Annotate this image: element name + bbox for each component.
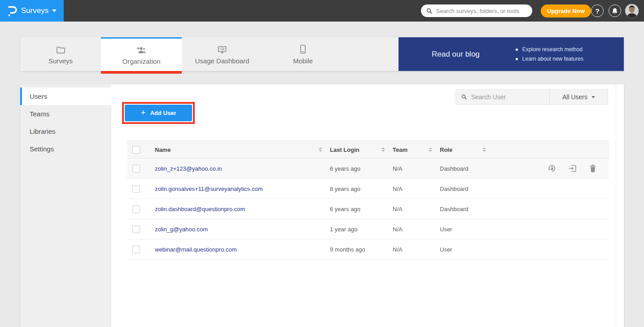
promo-bullet-list: Explore research method Learn about new …: [516, 45, 583, 64]
promo-title[interactable]: Read our blog: [432, 50, 480, 59]
sidebar-item-libraries[interactable]: Libraries: [20, 123, 111, 140]
team-cell: N/A: [393, 246, 403, 253]
avatar-photo: [625, 4, 639, 18]
tab-organization[interactable]: Organization: [101, 37, 182, 71]
table-header-row: Name Last Login Team Role: [127, 141, 609, 159]
row-checkbox[interactable]: [132, 205, 140, 213]
row-checkbox[interactable]: [132, 185, 140, 193]
reset-password-icon[interactable]: [548, 164, 556, 173]
role-cell: Dashboard: [440, 165, 469, 172]
org-sidebar: Users Teams Libraries Settings: [20, 84, 111, 327]
user-avatar[interactable]: [625, 4, 639, 18]
row-checkbox[interactable]: [132, 165, 140, 172]
blog-promo-banner[interactable]: Read our blog Explore research method Le…: [399, 37, 624, 71]
module-tabstrip: Surveys Organization Usage: [20, 37, 624, 71]
tab-mobile[interactable]: Mobile: [263, 37, 343, 71]
tab-surveys[interactable]: Surveys: [20, 37, 101, 71]
team-cell: N/A: [393, 206, 403, 212]
column-header-last-login[interactable]: Last Login: [330, 146, 359, 153]
sidebar-item-settings[interactable]: Settings: [20, 140, 111, 158]
bell-icon: [612, 8, 618, 14]
filter-selected-value: All Users: [562, 93, 587, 101]
add-user-button[interactable]: + Add User: [125, 105, 192, 121]
questionpro-logo-icon: [7, 5, 17, 17]
promo-bullet: Learn about new features: [516, 54, 583, 64]
upgrade-now-button[interactable]: Upgrade Now: [541, 4, 591, 18]
monitor-list-icon: [217, 44, 227, 54]
chevron-down-icon: [52, 9, 57, 12]
users-panel: All Users + Add User Name Last Login: [111, 84, 624, 327]
users-table: Name Last Login Team Role: [127, 141, 609, 260]
sort-icon[interactable]: [381, 147, 385, 152]
global-search-input[interactable]: [436, 8, 527, 14]
last-login-cell: 6 years ago: [330, 206, 360, 212]
delete-icon[interactable]: [589, 164, 597, 173]
plus-icon: +: [141, 108, 146, 117]
search-icon: [426, 8, 433, 14]
team-cell: N/A: [393, 186, 403, 192]
folder-icon: [56, 44, 66, 54]
app-menu-label[interactable]: Surveys: [21, 6, 48, 15]
tab-label: Organization: [122, 57, 160, 65]
help-button[interactable]: ?: [591, 4, 604, 17]
notifications-button[interactable]: [609, 4, 621, 17]
role-cell: User: [440, 226, 452, 233]
sidebar-item-users[interactable]: Users: [20, 88, 111, 105]
sidebar-item-label: Libraries: [30, 128, 56, 135]
global-search[interactable]: [421, 4, 532, 17]
sidebar-item-label: Users: [30, 93, 47, 100]
user-email-link[interactable]: zolin.dashboard@questionpro.com: [155, 206, 245, 212]
tabstrip-filler: [343, 37, 399, 71]
column-header-role[interactable]: Role: [440, 146, 452, 153]
row-checkbox[interactable]: [132, 246, 140, 253]
tab-label: Usage Dashboard: [195, 57, 250, 65]
table-row: webinar@mail.questionpro.com 9 months ag…: [127, 239, 609, 260]
tab-label: Surveys: [48, 57, 73, 65]
table-row: zolin.gonsalves+11@surveyanalytics.com 8…: [127, 179, 609, 199]
sidebar-item-label: Teams: [30, 110, 49, 118]
chevron-down-icon: [591, 96, 595, 98]
column-header-team[interactable]: Team: [393, 146, 407, 153]
user-filter-dropdown[interactable]: All Users: [549, 90, 608, 104]
user-search-bar: All Users: [456, 89, 608, 105]
person-add-icon: [136, 44, 147, 54]
annotation-highlight-box: + Add User: [122, 102, 195, 124]
user-email-link[interactable]: zolin_z+123@yahoo.co.in: [155, 165, 222, 172]
table-row: zolin_g@yahoo.com 1 year ago N/A User: [127, 219, 609, 239]
team-cell: N/A: [393, 165, 403, 172]
role-cell: Dashboard: [440, 186, 469, 192]
last-login-cell: 8 years ago: [330, 186, 360, 192]
last-login-cell: 1 year ago: [330, 226, 357, 233]
scrollbar-track[interactable]: [616, 84, 616, 327]
role-cell: Dashboard: [440, 206, 469, 212]
table-row: zolin_z+123@yahoo.co.in 6 years ago N/A …: [127, 159, 609, 179]
column-header-name[interactable]: Name: [155, 146, 171, 153]
sort-icon[interactable]: [319, 147, 322, 152]
row-checkbox[interactable]: [132, 225, 140, 233]
promo-bullet: Explore research method: [516, 45, 583, 54]
tab-usage-dashboard[interactable]: Usage Dashboard: [182, 37, 263, 71]
search-user-input[interactable]: [471, 93, 544, 101]
topbar: Surveys Upgrade Now ?: [0, 0, 644, 22]
team-cell: N/A: [393, 226, 403, 233]
user-email-link[interactable]: zolin_g@yahoo.com: [155, 226, 208, 233]
add-user-label: Add User: [150, 110, 176, 116]
select-all-checkbox[interactable]: [132, 146, 140, 154]
role-cell: User: [440, 246, 452, 253]
organization-card: Users Teams Libraries Settings All Users: [20, 84, 624, 327]
smartphone-icon: [300, 44, 306, 54]
annotation-underline: [101, 71, 182, 74]
table-row: zolin.dashboard@questionpro.com 6 years …: [127, 199, 609, 219]
sidebar-item-teams[interactable]: Teams: [20, 105, 111, 123]
last-login-cell: 9 months ago: [330, 246, 365, 253]
product-logo-menu[interactable]: Surveys: [0, 0, 64, 22]
sort-icon[interactable]: [429, 147, 432, 152]
login-as-user-icon[interactable]: [568, 164, 577, 173]
tab-label: Mobile: [293, 57, 313, 65]
search-icon: [461, 94, 467, 100]
sort-icon[interactable]: [482, 147, 486, 152]
user-search-field[interactable]: [456, 90, 549, 104]
user-email-link[interactable]: webinar@mail.questionpro.com: [155, 246, 237, 253]
sidebar-item-label: Settings: [30, 145, 54, 153]
user-email-link[interactable]: zolin.gonsalves+11@surveyanalytics.com: [155, 186, 263, 192]
